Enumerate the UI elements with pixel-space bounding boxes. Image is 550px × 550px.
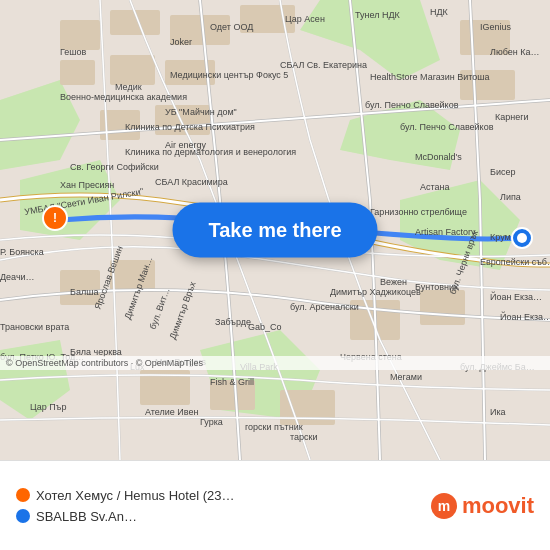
svg-text:бул. Арсеналски: бул. Арсеналски [290,302,359,312]
svg-text:m: m [438,498,450,514]
bottom-bar: Хотел Хемус / Hemus Hotel (23… SBALBB Sv… [0,460,550,550]
origin-row: Хотел Хемус / Hemus Hotel (23… [16,488,235,503]
destination-pin-icon [16,509,30,523]
svg-text:Р. Боянска: Р. Боянска [0,247,44,257]
svg-text:Забърде: Забърде [215,317,251,327]
svg-rect-13 [110,55,155,85]
svg-text:Липа: Липа [500,192,521,202]
svg-point-93 [517,233,527,243]
svg-text:Gab_Co: Gab_Co [248,322,282,332]
svg-text:Любен Ка…: Любен Ка… [490,47,539,57]
svg-text:Медик: Медик [115,82,142,92]
svg-text:Медицински център Фокус 5: Медицински център Фокус 5 [170,70,288,80]
moovit-logo-icon: m [430,492,458,520]
svg-text:Тунел НДК: Тунел НДК [355,10,401,20]
svg-text:Гешов: Гешов [60,47,87,57]
svg-text:Балша: Балша [70,287,98,297]
svg-rect-22 [420,290,465,325]
svg-text:Вежен: Вежен [380,277,407,287]
svg-text:Бисер: Бисер [490,167,515,177]
svg-text:ІGenius: ІGenius [480,22,512,32]
route-info: Хотел Хемус / Hemus Hotel (23… SBALBB Sv… [16,488,235,524]
svg-text:HealthStore Магазин Витоша: HealthStore Магазин Витоша [370,72,490,82]
svg-text:McDonald's: McDonald's [415,152,462,162]
svg-text:бул. Пенчо Славейков: бул. Пенчо Славейков [365,100,459,110]
svg-text:Одет ООД: Одет ООД [210,22,253,32]
svg-text:Хан Пресиян: Хан Пресиян [60,180,114,190]
svg-text:тарски: тарски [290,432,318,442]
moovit-wordmark: moovit [462,493,534,519]
svg-text:НДК: НДК [430,7,449,17]
svg-text:Европейски съб…: Европейски съб… [480,257,550,267]
svg-text:Цар Пър: Цар Пър [30,402,66,412]
svg-text:Гурка: Гурка [200,417,223,427]
moovit-branding: m moovit [430,492,534,520]
svg-text:Крум: Крум [490,232,511,242]
origin-label: Хотел Хемус / Hemus Hotel (23… [36,488,235,503]
copyright-text: © OpenStreetMap contributors · © OpenMap… [6,358,203,368]
svg-text:Ателие Ивен: Ателие Ивен [145,407,198,417]
svg-text:Св. Георги Софийски: Св. Георги Софийски [70,162,159,172]
svg-text:Димитър Хаджикоцев: Димитър Хаджикоцев [330,287,421,297]
svg-rect-8 [60,20,100,50]
origin-pin-icon [16,488,30,502]
svg-text:Йоан Екза…: Йоан Екза… [500,311,550,322]
take-me-there-button[interactable]: Take me there [172,203,377,258]
svg-text:!: ! [53,211,57,225]
svg-text:бул. Пенчо Славейков: бул. Пенчо Славейков [400,122,494,132]
svg-text:Artisan Factory: Artisan Factory [415,227,476,237]
svg-text:УБ "Майчин дом": УБ "Майчин дом" [165,107,237,117]
svg-text:Клиника по дерматология и вене: Клиника по дерматология и венерология [125,147,296,157]
moovit-logo: m moovit [430,492,534,520]
svg-text:Мегами: Мегами [390,372,422,382]
svg-text:Joker: Joker [170,37,192,47]
destination-row: SBALBB Sv.An… [16,509,235,524]
svg-text:горски пътник: горски пътник [245,422,303,432]
svg-text:Ика: Ика [490,407,506,417]
svg-text:Карнеги: Карнеги [495,112,529,122]
svg-text:Астана: Астана [420,182,450,192]
svg-text:СБАЛ Св. Екатерина: СБАЛ Св. Екатерина [280,60,367,70]
svg-text:Йоан Екза…: Йоан Екза… [490,291,542,302]
destination-label: SBALBB Sv.An… [36,509,137,524]
svg-text:Гарнизонно стрелбище: Гарнизонно стрелбище [370,207,467,217]
svg-text:СБАЛ Красимира: СБАЛ Красимира [155,177,228,187]
svg-text:Деачи…: Деачи… [0,272,35,282]
copyright-bar: © OpenStreetMap contributors · © OpenMap… [0,356,550,370]
svg-rect-12 [60,60,95,85]
svg-text:Цар Асен: Цар Асен [285,14,325,24]
svg-text:Трановски врата: Трановски врата [0,322,69,332]
map-container: УМБАЛ "Свети Иван Рилски" Св. Георги Соф… [0,0,550,460]
svg-text:Клиника по Детска Психиатрия: Клиника по Детска Психиатрия [125,122,255,132]
svg-text:Air energy: Air energy [165,140,207,150]
svg-text:Военно-медицинска академия: Военно-медицинска академия [60,92,187,102]
svg-text:Fish & Grill: Fish & Grill [210,377,254,387]
